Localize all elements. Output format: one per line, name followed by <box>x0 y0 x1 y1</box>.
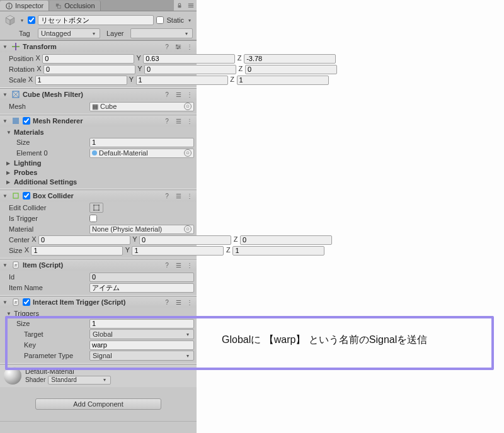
foldout-icon[interactable]: ▼ <box>3 262 9 268</box>
gameobject-icon[interactable] <box>4 14 16 26</box>
physic-material-label: Material <box>3 225 88 233</box>
key-input[interactable] <box>89 340 194 350</box>
preset-icon[interactable] <box>174 42 183 51</box>
triggers-foldout[interactable]: ▼Triggers <box>3 309 194 318</box>
element0-field[interactable]: Default-Material⊙ <box>89 149 194 158</box>
foldout-icon[interactable]: ▼ <box>3 92 9 98</box>
object-picker-icon[interactable]: ⊙ <box>184 225 192 233</box>
enable-checkbox[interactable] <box>23 117 30 125</box>
tab-inspector[interactable]: Inspector <box>0 1 49 11</box>
foldout-icon[interactable]: ▼ <box>3 300 9 305</box>
kebab-icon[interactable]: ⋮ <box>185 42 194 51</box>
scale-z-input[interactable] <box>237 76 329 85</box>
mesh-field[interactable]: ▦Cube⊙ <box>89 102 194 111</box>
shader-dropdown[interactable]: Standard▾ <box>48 376 111 385</box>
probes-foldout[interactable]: ▶Probes <box>3 168 194 177</box>
is-trigger-checkbox[interactable] <box>89 215 97 222</box>
center-x-input[interactable] <box>38 235 130 245</box>
help-icon[interactable]: ? <box>163 191 171 200</box>
svg-rect-5 <box>178 5 181 8</box>
help-icon[interactable]: ? <box>163 298 171 306</box>
lighting-foldout[interactable]: ▶Lighting <box>3 159 194 167</box>
component-header[interactable]: ▼ # Interact Item Trigger (Script) ? ☰ ⋮ <box>0 296 197 308</box>
kebab-icon[interactable]: ⋮ <box>185 298 194 306</box>
position-z-input[interactable] <box>244 54 336 64</box>
target-label: Target <box>3 330 88 338</box>
additional-settings-foldout[interactable]: ▶Additional Settings <box>3 177 194 186</box>
kebab-icon[interactable]: ⋮ <box>185 90 194 99</box>
scale-label: Scale <box>3 76 26 84</box>
component-title: Item (Script) <box>23 261 160 269</box>
position-x-input[interactable] <box>42 54 134 64</box>
object-picker-icon[interactable]: ⊙ <box>184 149 192 157</box>
is-trigger-label: Is Trigger <box>3 215 88 222</box>
add-component-button[interactable]: Add Component <box>35 398 161 410</box>
x-label: X <box>35 54 41 64</box>
size-x-input[interactable] <box>31 246 123 256</box>
preset-icon[interactable]: ☰ <box>174 191 183 200</box>
help-icon[interactable]: ? <box>163 261 171 269</box>
preset-icon[interactable]: ☰ <box>174 90 183 99</box>
static-checkbox[interactable] <box>156 16 164 24</box>
component-header[interactable]: ▼ Box Collider ? ☰ ⋮ <box>0 190 197 201</box>
gameobject-name-input[interactable] <box>38 15 154 25</box>
enable-checkbox[interactable] <box>23 298 30 306</box>
foldout-icon[interactable]: ▼ <box>3 118 9 124</box>
physic-material-field[interactable]: None (Physic Material)⊙ <box>89 225 194 234</box>
shader-value: Standard <box>51 376 77 383</box>
tabs-spacer <box>101 0 174 11</box>
chevron-down-icon[interactable]: ▾ <box>19 18 25 23</box>
rotation-z-input[interactable] <box>245 65 337 74</box>
rotation-x-input[interactable] <box>43 65 135 74</box>
triggers-size-input[interactable] <box>89 319 194 329</box>
materials-foldout[interactable]: ▼Materials <box>3 128 194 137</box>
center-z-input[interactable] <box>240 235 332 245</box>
scale-y-input[interactable] <box>136 76 228 85</box>
foldout-icon[interactable]: ▼ <box>3 193 9 199</box>
tag-dropdown[interactable]: Untagged▾ <box>38 28 100 38</box>
preset-icon[interactable]: ☰ <box>174 116 183 125</box>
svg-point-13 <box>178 46 180 48</box>
chevron-down-icon: ▾ <box>185 353 191 359</box>
material-preview[interactable]: Default-Material Shader Standard▾ <box>0 364 197 387</box>
edit-collider-button[interactable] <box>89 203 103 213</box>
size-y-input[interactable] <box>132 246 224 256</box>
preset-icon[interactable]: ☰ <box>174 298 183 306</box>
materials-size-input[interactable] <box>89 138 194 147</box>
kebab-icon[interactable]: ⋮ <box>185 191 194 200</box>
preset-icon[interactable]: ☰ <box>174 261 183 269</box>
layer-dropdown[interactable]: ▾ <box>130 28 193 38</box>
foldout-icon[interactable]: ▼ <box>3 44 9 50</box>
help-icon[interactable]: ? <box>163 116 171 125</box>
object-picker-icon[interactable]: ⊙ <box>184 103 192 110</box>
tab-occlusion[interactable]: Occlusion <box>49 1 100 11</box>
position-y-input[interactable] <box>143 54 235 64</box>
kebab-icon[interactable]: ⋮ <box>185 116 194 125</box>
lock-icon[interactable] <box>174 0 185 11</box>
component-header[interactable]: ▼ Cube (Mesh Filter) ? ☰ ⋮ <box>0 89 197 100</box>
box-collider-component: ▼ Box Collider ? ☰ ⋮ Edit Collider Is Tr… <box>0 189 197 259</box>
rotation-y-input[interactable] <box>144 65 236 74</box>
material-value: None (Physic Material) <box>92 225 162 233</box>
info-icon <box>5 2 13 9</box>
size-z-input[interactable] <box>232 246 324 256</box>
enable-checkbox[interactable] <box>23 192 30 200</box>
target-dropdown[interactable]: Global▾ <box>89 329 194 339</box>
component-header[interactable]: ▼ Transform ? ⋮ <box>0 41 197 52</box>
component-header[interactable]: ▼ # Item (Script) ? ☰ ⋮ <box>0 259 197 271</box>
svg-point-20 <box>98 205 100 206</box>
scale-x-input[interactable] <box>35 76 127 85</box>
parameter-type-dropdown[interactable]: Signal▾ <box>89 351 194 361</box>
help-icon[interactable]: ? <box>163 90 171 99</box>
kebab-icon[interactable]: ⋮ <box>185 261 194 269</box>
center-y-input[interactable] <box>139 235 231 245</box>
active-checkbox[interactable] <box>28 16 35 24</box>
help-icon[interactable]: ? <box>163 42 171 51</box>
tab-label: Inspector <box>15 2 43 9</box>
item-name-input[interactable] <box>89 283 194 293</box>
panel-menu-icon[interactable] <box>185 0 197 11</box>
component-header[interactable]: ▼ Mesh Renderer ? ☰ ⋮ <box>0 115 197 127</box>
chevron-down-icon[interactable]: ▾ <box>186 18 193 23</box>
foldout-icon: ▼ <box>6 311 11 317</box>
foldout-icon: ▶ <box>6 170 11 176</box>
